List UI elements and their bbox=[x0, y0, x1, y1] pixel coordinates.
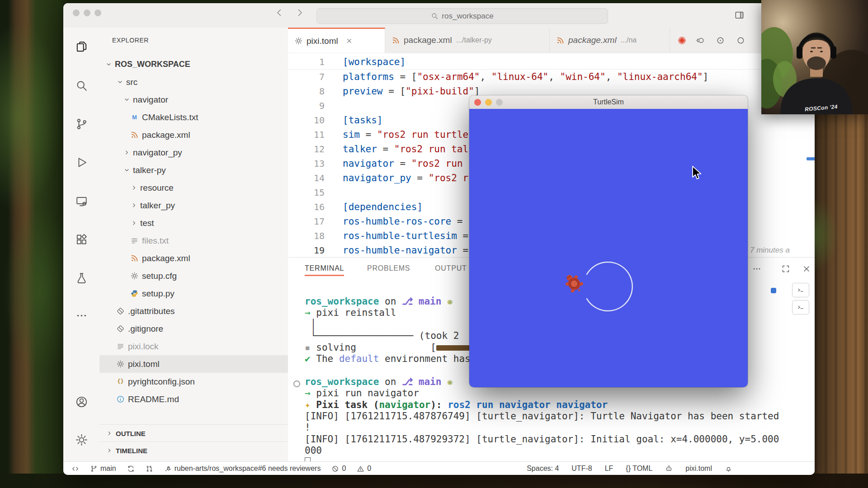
status-sync[interactable] bbox=[127, 465, 135, 473]
command-decoration-icon[interactable] bbox=[293, 380, 300, 387]
token: ros-humble-ros-core bbox=[343, 216, 451, 227]
status-error[interactable]: 0 bbox=[331, 465, 346, 473]
tree-item-files-txt[interactable]: files.txt bbox=[99, 232, 288, 249]
panel-maximize-icon[interactable] bbox=[781, 264, 791, 274]
activity-item-explorer[interactable] bbox=[63, 33, 99, 60]
tree-item-package-xml[interactable]: package.xml bbox=[99, 126, 288, 144]
status-lf[interactable]: LF bbox=[605, 465, 613, 473]
back-icon[interactable] bbox=[274, 7, 285, 18]
panel-ellipsis-icon[interactable] bbox=[752, 264, 762, 274]
token: "ros2 r bbox=[429, 173, 469, 183]
turtlesim-canvas[interactable] bbox=[469, 109, 748, 387]
activity-item-account[interactable] bbox=[63, 389, 99, 415]
status-utf-8[interactable]: UTF-8 bbox=[571, 465, 592, 473]
line-number: 10 bbox=[288, 113, 325, 127]
token: ⎇ bbox=[402, 296, 419, 307]
section-outline[interactable]: OUTLINE bbox=[99, 424, 288, 442]
status-pixi-toml[interactable]: pixi.toml bbox=[685, 465, 712, 473]
tab-package-xml-1[interactable]: package.xml.../talker-py bbox=[385, 28, 550, 53]
tree-item-label: .gitattributes bbox=[128, 306, 175, 316]
tree-item-talker-py[interactable]: talker_py bbox=[99, 197, 288, 214]
close-icon[interactable] bbox=[345, 37, 353, 45]
tab-pixi-toml-0[interactable]: pixi.toml bbox=[288, 28, 385, 53]
token: = bbox=[394, 158, 411, 169]
editor-action-circle-dot-icon[interactable] bbox=[715, 35, 726, 46]
tree-item-readme-md[interactable]: README.md bbox=[99, 390, 288, 408]
ellipsis-icon bbox=[75, 309, 88, 322]
activity-item-run-debug[interactable] bbox=[63, 149, 99, 175]
tree-item-package-xml[interactable]: package.xml bbox=[99, 249, 288, 267]
tree-item-resource[interactable]: resource bbox=[99, 179, 288, 197]
editor-action-starburst-icon[interactable] bbox=[677, 35, 687, 46]
status-branch[interactable]: main bbox=[90, 465, 116, 473]
status-compare[interactable] bbox=[146, 465, 153, 473]
status-warning[interactable]: 0 bbox=[357, 465, 371, 473]
token: igator bbox=[385, 388, 419, 399]
status-bar-right: Spaces: 4UTF-8LF{} TOMLpixi.toml bbox=[527, 465, 732, 473]
activity-item-extensions[interactable] bbox=[63, 226, 99, 252]
search-value: ros_workspace bbox=[442, 12, 493, 21]
tab-package-xml-2[interactable]: package.xml.../na bbox=[550, 28, 670, 53]
activity-item-settings[interactable] bbox=[63, 427, 99, 453]
layout-panel-icon[interactable] bbox=[734, 10, 745, 20]
status-robot[interactable] bbox=[665, 465, 673, 473]
token: default bbox=[339, 353, 379, 364]
tree-item-setup-cfg[interactable]: setup.cfg bbox=[99, 267, 288, 285]
status--toml[interactable]: {} TOML bbox=[626, 465, 652, 473]
terminal-list-item[interactable] bbox=[792, 300, 809, 314]
activity-item-source-control[interactable] bbox=[63, 111, 99, 137]
blame-annotation: 7 minutes a bbox=[750, 243, 790, 258]
activity-item-search[interactable] bbox=[63, 72, 99, 99]
token: = bbox=[457, 230, 468, 241]
flask-icon bbox=[75, 272, 88, 285]
minimize-window-button[interactable] bbox=[84, 9, 90, 16]
tree-item-ros-workspace[interactable]: ROS_WORKSPACE bbox=[99, 56, 288, 73]
section-timeline[interactable]: TIMELINE bbox=[99, 441, 288, 459]
tree-item-pixi-lock[interactable]: pixi.lock bbox=[99, 338, 288, 355]
token: ros2 run navigator navigator bbox=[448, 399, 608, 410]
activity-item-more[interactable] bbox=[63, 302, 99, 328]
token: = bbox=[411, 173, 429, 183]
tree-item-navigator[interactable]: navigator bbox=[99, 91, 288, 108]
editor-action-circle-icon[interactable] bbox=[736, 35, 746, 46]
branch-icon bbox=[90, 465, 98, 473]
tree-item-setup-py[interactable]: setup.py bbox=[99, 285, 288, 302]
close-window-button[interactable] bbox=[73, 9, 80, 16]
line-number: 15 bbox=[288, 185, 325, 200]
tree-item-pyrightconfig-json[interactable]: {}pyrightconfig.json bbox=[99, 373, 288, 390]
status-spaces-4[interactable]: Spaces: 4 bbox=[527, 465, 559, 473]
status-bell[interactable] bbox=[725, 465, 732, 473]
zoom-window-button[interactable] bbox=[94, 9, 101, 16]
activity-item-testing[interactable] bbox=[63, 265, 99, 291]
token: pixi reinstall bbox=[316, 307, 396, 318]
cmake-file-icon: M bbox=[130, 113, 139, 122]
token: = [ bbox=[394, 71, 417, 82]
turtlesim-title-bar[interactable]: TurtleSim bbox=[469, 95, 748, 109]
tree-item-cmakelists-txt[interactable]: MCMakeLists.txt bbox=[99, 108, 288, 126]
search-icon bbox=[75, 79, 88, 92]
panel-close-icon[interactable] bbox=[802, 264, 811, 274]
tree-item-label: README.md bbox=[128, 394, 179, 404]
activity-item-remote-explorer[interactable] bbox=[63, 188, 99, 214]
tree-item-talker-py[interactable]: talker-py bbox=[99, 161, 288, 179]
tree-item-src[interactable]: src bbox=[99, 73, 288, 91]
forward-icon[interactable] bbox=[294, 7, 305, 18]
panel-tab-problems[interactable]: PROBLEMS bbox=[367, 262, 410, 275]
tree-item-label: pixi.lock bbox=[128, 342, 159, 352]
remote-icon bbox=[75, 195, 88, 208]
tree-item--gitattributes[interactable]: .gitattributes bbox=[99, 302, 288, 320]
gear-file-file-icon bbox=[130, 272, 139, 280]
tree-item--gitignore[interactable]: .gitignore bbox=[99, 320, 288, 338]
tree-item-label: talker-py bbox=[133, 165, 166, 175]
tree-item-pixi-toml[interactable]: pixi.toml bbox=[99, 355, 288, 373]
terminal-list-item[interactable] bbox=[792, 283, 809, 297]
command-center-search[interactable]: ros_workspace bbox=[316, 8, 608, 24]
panel-tab-terminal[interactable]: TERMINAL bbox=[305, 262, 344, 276]
panel-tab-output[interactable]: OUTPUT bbox=[435, 262, 467, 275]
status-remote-indicator[interactable] bbox=[71, 465, 79, 473]
editor-action-circle-back-icon[interactable] bbox=[695, 35, 705, 46]
gear-file-file-icon bbox=[116, 360, 125, 368]
tree-item-navigator-py[interactable]: navigator_py bbox=[99, 144, 288, 161]
status-rocket[interactable]: ruben-arts/ros_workspace#6 needs reviewe… bbox=[164, 465, 321, 473]
tree-item-test[interactable]: test bbox=[99, 214, 288, 232]
